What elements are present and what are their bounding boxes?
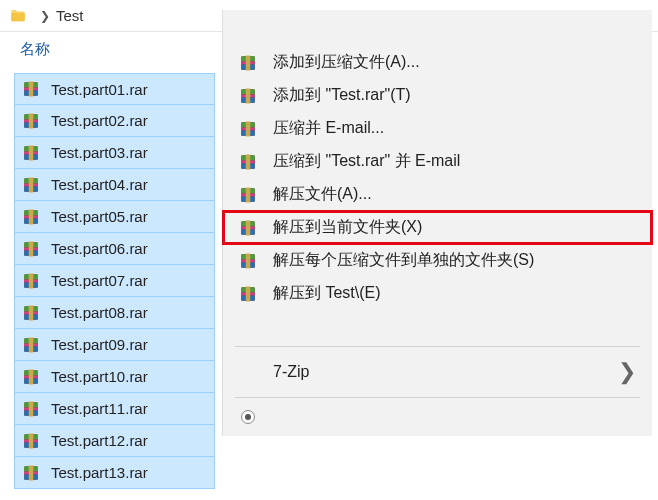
rar-archive-icon bbox=[21, 303, 41, 323]
svg-rect-4 bbox=[29, 82, 34, 97]
menu-item-label: 添加到 "Test.rar"(T) bbox=[273, 85, 411, 106]
menu-item-label: 压缩到 "Test.rar" 并 E-mail bbox=[273, 151, 460, 172]
rar-archive-icon bbox=[237, 217, 259, 239]
breadcrumb-folder[interactable]: Test bbox=[56, 7, 84, 24]
svg-rect-79 bbox=[246, 121, 251, 136]
menu-item[interactable]: 解压每个压缩文件到单独的文件夹(S) bbox=[223, 244, 652, 277]
svg-rect-34 bbox=[29, 273, 34, 288]
file-name: Test.part05.rar bbox=[51, 208, 148, 225]
file-name: Test.part03.rar bbox=[51, 144, 148, 161]
svg-rect-104 bbox=[246, 286, 251, 301]
file-name: Test.part09.rar bbox=[51, 336, 148, 353]
svg-rect-39 bbox=[29, 305, 34, 320]
file-name: Test.part08.rar bbox=[51, 304, 148, 321]
folder-icon bbox=[8, 6, 28, 26]
rar-archive-icon bbox=[21, 271, 41, 291]
rar-archive-icon bbox=[21, 207, 41, 227]
rar-archive-icon bbox=[21, 239, 41, 259]
svg-rect-69 bbox=[246, 55, 251, 70]
rar-archive-icon bbox=[237, 283, 259, 305]
file-name: Test.part04.rar bbox=[51, 176, 148, 193]
menu-item[interactable]: 压缩并 E-mail... bbox=[223, 112, 652, 145]
menu-item-label: 添加到压缩文件(A)... bbox=[273, 52, 420, 73]
menu-item[interactable]: 解压文件(A)... bbox=[223, 178, 652, 211]
file-list: Test.part01.rarTest.part02.rarTest.part0… bbox=[14, 73, 215, 489]
menu-item[interactable]: 解压到 Test\(E) bbox=[223, 277, 652, 310]
svg-rect-29 bbox=[29, 241, 34, 256]
svg-rect-54 bbox=[29, 401, 34, 416]
svg-rect-14 bbox=[29, 145, 34, 160]
file-item[interactable]: Test.part05.rar bbox=[14, 201, 215, 233]
file-name: Test.part11.rar bbox=[51, 400, 148, 417]
file-item[interactable]: Test.part02.rar bbox=[14, 105, 215, 137]
file-item[interactable]: Test.part09.rar bbox=[14, 329, 215, 361]
radio-icon bbox=[241, 410, 255, 424]
file-name: Test.part10.rar bbox=[51, 368, 148, 385]
chevron-right-icon: ❯ bbox=[618, 359, 636, 385]
file-item[interactable]: Test.part03.rar bbox=[14, 137, 215, 169]
svg-rect-84 bbox=[246, 154, 251, 169]
svg-rect-94 bbox=[246, 220, 251, 235]
file-name: Test.part12.rar bbox=[51, 432, 148, 449]
file-name: Test.part01.rar bbox=[51, 81, 148, 98]
svg-rect-89 bbox=[246, 187, 251, 202]
rar-archive-icon bbox=[237, 250, 259, 272]
rar-archive-icon bbox=[21, 143, 41, 163]
menu-item-label: 解压文件(A)... bbox=[273, 184, 372, 205]
menu-item-label: 压缩并 E-mail... bbox=[273, 118, 384, 139]
rar-archive-icon bbox=[237, 52, 259, 74]
file-item[interactable]: Test.part07.rar bbox=[14, 265, 215, 297]
file-item[interactable]: Test.part13.rar bbox=[14, 457, 215, 489]
svg-rect-19 bbox=[29, 177, 34, 192]
svg-rect-24 bbox=[29, 209, 34, 224]
svg-rect-49 bbox=[29, 369, 34, 384]
rar-archive-icon bbox=[21, 367, 41, 387]
context-menu: 添加到压缩文件(A)...添加到 "Test.rar"(T)压缩并 E-mail… bbox=[222, 10, 652, 436]
file-list-pane: 名称 Test.part01.rarTest.part02.rarTest.pa… bbox=[0, 32, 215, 500]
file-name: Test.part07.rar bbox=[51, 272, 148, 289]
file-name: Test.part13.rar bbox=[51, 464, 148, 481]
menu-divider bbox=[235, 346, 640, 347]
file-item[interactable]: Test.part12.rar bbox=[14, 425, 215, 457]
menu-item-label: 解压到当前文件夹(X) bbox=[273, 217, 422, 238]
file-item[interactable]: Test.part04.rar bbox=[14, 169, 215, 201]
file-name: Test.part06.rar bbox=[51, 240, 148, 257]
rar-archive-icon bbox=[21, 463, 41, 483]
rar-archive-icon bbox=[237, 118, 259, 140]
menu-item-label: 解压到 Test\(E) bbox=[273, 283, 381, 304]
file-item[interactable]: Test.part01.rar bbox=[14, 73, 215, 105]
menu-divider bbox=[235, 397, 640, 398]
menu-item[interactable]: 解压到当前文件夹(X) bbox=[223, 211, 652, 244]
menu-item[interactable]: 添加到压缩文件(A)... bbox=[223, 46, 652, 79]
menu-item[interactable]: 添加到 "Test.rar"(T) bbox=[223, 79, 652, 112]
rar-archive-icon bbox=[21, 111, 41, 131]
svg-rect-99 bbox=[246, 253, 251, 268]
rar-archive-icon bbox=[21, 335, 41, 355]
rar-archive-icon bbox=[21, 431, 41, 451]
radio-option[interactable] bbox=[223, 404, 652, 430]
svg-rect-64 bbox=[29, 465, 34, 480]
chevron-right-icon: ❯ bbox=[40, 9, 50, 23]
file-item[interactable]: Test.part08.rar bbox=[14, 297, 215, 329]
submenu-label: 7-Zip bbox=[273, 363, 309, 381]
rar-archive-icon bbox=[21, 175, 41, 195]
file-name: Test.part02.rar bbox=[51, 112, 148, 129]
svg-rect-74 bbox=[246, 88, 251, 103]
submenu-7zip[interactable]: 7-Zip ❯ bbox=[223, 353, 652, 391]
menu-item-label: 解压每个压缩文件到单独的文件夹(S) bbox=[273, 250, 534, 271]
rar-archive-icon bbox=[21, 399, 41, 419]
svg-rect-44 bbox=[29, 337, 34, 352]
file-item[interactable]: Test.part10.rar bbox=[14, 361, 215, 393]
menu-item[interactable]: 压缩到 "Test.rar" 并 E-mail bbox=[223, 145, 652, 178]
svg-rect-9 bbox=[29, 113, 34, 128]
file-item[interactable]: Test.part06.rar bbox=[14, 233, 215, 265]
rar-archive-icon bbox=[21, 79, 41, 99]
rar-archive-icon bbox=[237, 85, 259, 107]
column-header-name[interactable]: 名称 bbox=[14, 40, 215, 59]
rar-archive-icon bbox=[237, 184, 259, 206]
rar-archive-icon bbox=[237, 151, 259, 173]
svg-rect-59 bbox=[29, 433, 34, 448]
file-item[interactable]: Test.part11.rar bbox=[14, 393, 215, 425]
